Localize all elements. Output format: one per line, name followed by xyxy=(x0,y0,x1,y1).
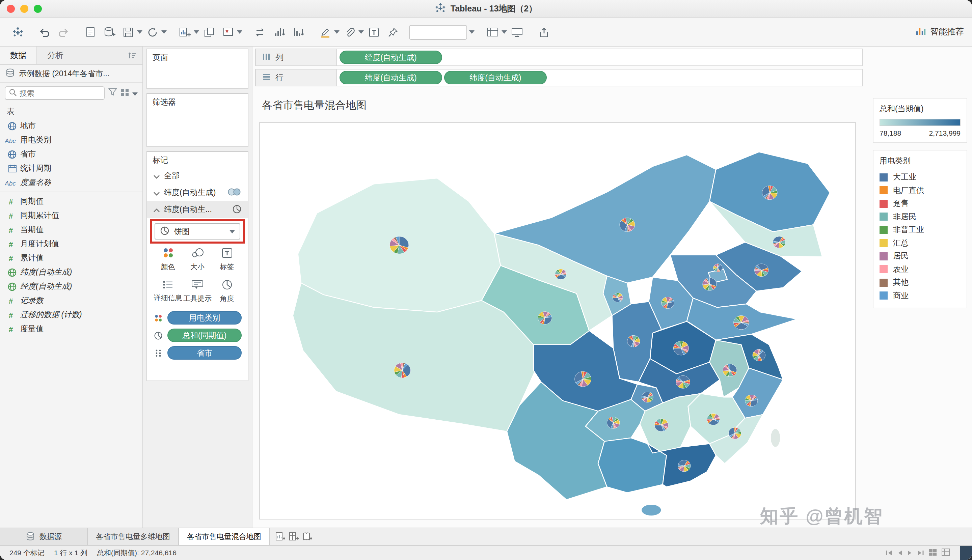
field-item[interactable]: #月度计划值 xyxy=(0,237,142,251)
save-caret-icon[interactable] xyxy=(137,30,142,34)
show-filmstrip-button[interactable] xyxy=(929,548,937,557)
chevron-down-icon[interactable] xyxy=(153,172,160,180)
pie-mark[interactable] xyxy=(607,417,620,429)
category-legend-card[interactable]: 用电类别 大工业电厂直供趸售非居民非普工业汇总居民农业其他商业 xyxy=(873,150,967,308)
first-sheet-button[interactable] xyxy=(885,549,892,557)
new-datasource-button[interactable] xyxy=(102,23,117,41)
redo-button[interactable] xyxy=(56,23,71,41)
sort-descending-button[interactable] xyxy=(291,23,306,41)
show-hide-cards-caret-icon[interactable] xyxy=(501,30,507,34)
chevron-down-icon[interactable] xyxy=(153,188,160,197)
pie-mark[interactable] xyxy=(613,293,623,302)
pie-mark[interactable] xyxy=(729,427,742,439)
fit-selector-caret-icon[interactable] xyxy=(469,30,474,34)
pie-mark[interactable] xyxy=(555,269,567,279)
duplicate-sheet-button[interactable] xyxy=(202,23,217,41)
sheet-tab[interactable]: 各省市售电量多维地图 xyxy=(88,528,179,545)
group-members-caret-icon[interactable] xyxy=(358,30,364,34)
pane-tab-数据[interactable]: 数据 xyxy=(0,47,37,64)
fit-selector[interactable] xyxy=(409,25,467,40)
gradient-legend-card[interactable]: 总和(当期值) 78,188 2,713,999 xyxy=(873,98,967,143)
datasource-tab[interactable]: 数据源 xyxy=(0,528,88,545)
field-item[interactable]: #同期累计值 xyxy=(0,208,142,223)
pie-mark[interactable] xyxy=(773,237,786,248)
map-plot-area[interactable] xyxy=(259,122,856,520)
marks-button-detailbtn[interactable]: 详细信息 xyxy=(153,275,183,307)
marks-button-anglebtn[interactable]: 角度 xyxy=(212,275,242,307)
sheet-tab[interactable]: 各省市售电量混合地图 xyxy=(179,528,270,545)
view-options-icon[interactable] xyxy=(121,88,129,97)
legend-item[interactable]: 其他 xyxy=(880,276,960,289)
fix-axes-button[interactable] xyxy=(386,23,400,41)
pages-card[interactable]: 页面 xyxy=(147,48,249,89)
legend-item[interactable]: 农业 xyxy=(880,263,960,276)
field-item[interactable]: 经度(自动生成) xyxy=(0,279,142,293)
next-sheet-button[interactable] xyxy=(907,549,913,557)
legend-item[interactable]: 非居民 xyxy=(880,210,960,223)
pie-mark[interactable] xyxy=(390,237,409,254)
highlight-button[interactable] xyxy=(318,23,333,41)
new-dashboard-tab-button[interactable] xyxy=(289,531,299,542)
pie-mark[interactable] xyxy=(676,375,690,388)
field-item[interactable]: 纬度(自动生成) xyxy=(0,265,142,279)
presentation-mode-button[interactable] xyxy=(509,23,524,41)
field-item[interactable]: Abc度量名称 xyxy=(0,175,142,190)
refresh-caret-icon[interactable] xyxy=(161,30,167,34)
legend-item[interactable]: 趸售 xyxy=(880,197,960,210)
shelf-pill[interactable]: 经度(自动生成) xyxy=(339,51,442,64)
pie-mark[interactable] xyxy=(745,395,758,407)
pie-mark[interactable] xyxy=(713,264,722,272)
legend-item[interactable]: 电厂直供 xyxy=(880,184,960,197)
pie-mark[interactable] xyxy=(575,372,591,387)
legend-item[interactable]: 居民 xyxy=(880,250,960,263)
sort-ascending-button[interactable] xyxy=(272,23,287,41)
pie-mark[interactable] xyxy=(703,278,716,290)
pie-mark[interactable] xyxy=(762,185,777,199)
show-tabs-button[interactable] xyxy=(942,548,950,557)
pie-mark[interactable] xyxy=(627,335,640,347)
clear-sheet-caret-icon[interactable] xyxy=(237,30,242,34)
search-input[interactable] xyxy=(20,89,100,97)
marks-button-tooltipbtn[interactable]: 工具提示 xyxy=(183,275,212,307)
marks-button-sizebtn[interactable]: 大小 xyxy=(183,243,212,275)
pie-mark[interactable] xyxy=(394,363,411,378)
field-item[interactable]: #累计值 xyxy=(0,251,142,265)
field-item[interactable]: #迁移的数据 (计数) xyxy=(0,308,142,322)
legend-item[interactable]: 商业 xyxy=(880,289,960,302)
field-pill[interactable]: 省市 xyxy=(167,346,242,360)
pie-mark[interactable] xyxy=(707,413,720,425)
highlight-caret-icon[interactable] xyxy=(334,30,339,34)
province-hainan[interactable] xyxy=(641,504,661,516)
undo-button[interactable] xyxy=(37,23,52,41)
marks-layer-row[interactable]: 全部 xyxy=(147,167,248,184)
pie-mark[interactable] xyxy=(538,312,552,324)
new-workbook-button[interactable] xyxy=(83,23,98,41)
filters-card[interactable]: 筛选器 xyxy=(147,93,249,147)
save-button[interactable] xyxy=(121,23,136,41)
field-item[interactable]: 地市 xyxy=(0,119,142,133)
new-worksheet-caret-icon[interactable] xyxy=(194,30,199,34)
filter-fields-icon[interactable] xyxy=(108,88,117,98)
swap-rows-columns-button[interactable] xyxy=(253,23,268,41)
new-story-tab-button[interactable] xyxy=(302,531,312,542)
field-pill[interactable]: 用电类别 xyxy=(167,311,242,325)
pie-mark[interactable] xyxy=(655,418,668,432)
marks-layer-row[interactable]: 纬度(自动生... xyxy=(147,201,248,218)
share-button[interactable] xyxy=(537,23,551,41)
show-hide-cards-button[interactable] xyxy=(485,23,500,41)
show-me-button[interactable]: 智能推荐 xyxy=(915,26,964,38)
pane-tab-分析[interactable]: 分析 xyxy=(37,47,73,64)
field-item[interactable]: #同期值 xyxy=(0,194,142,208)
view-options-caret-icon[interactable] xyxy=(132,89,138,97)
pie-mark[interactable] xyxy=(661,297,674,309)
province-taiwan[interactable] xyxy=(770,428,781,447)
field-pill[interactable]: 总和(同期值) xyxy=(167,328,242,342)
marks-button-colorbtn[interactable]: 颜色 xyxy=(153,243,183,275)
field-item[interactable]: #当期值 xyxy=(0,223,142,237)
marks-button-labelbtn[interactable]: 标签 xyxy=(212,243,242,275)
field-item[interactable]: #度量值 xyxy=(0,322,142,336)
pie-mark[interactable] xyxy=(620,218,635,232)
new-worksheet-tab-button[interactable] xyxy=(276,531,286,542)
tableau-home-button[interactable] xyxy=(10,23,25,41)
shelf-pill[interactable]: 纬度(自动生成) xyxy=(444,71,547,84)
